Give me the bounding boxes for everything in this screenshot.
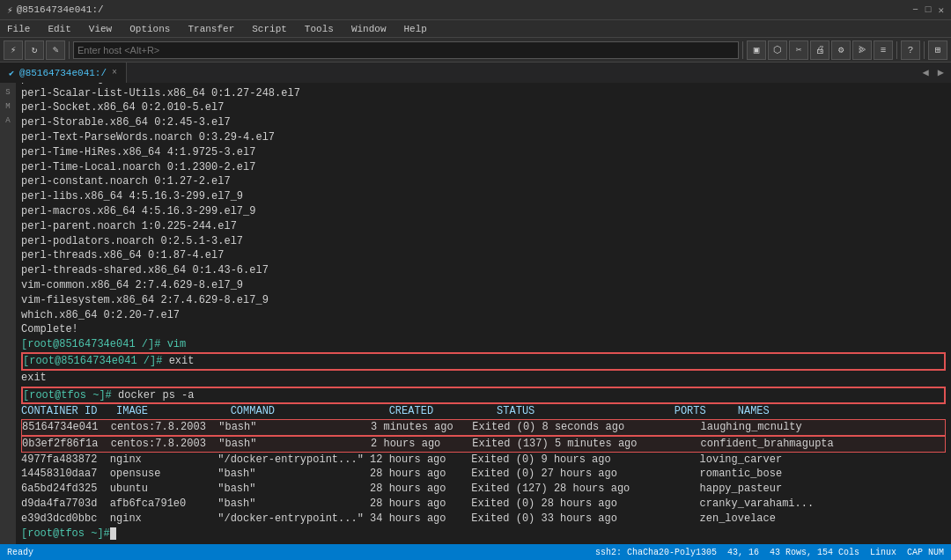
title-text: @85164734e041:/ [17,4,104,15]
status-os: Linux [870,548,896,557]
sidebar-icon-manager[interactable]: M [2,100,14,113]
cmd-vim-line: [root@85164734e041 /]# vim [21,337,946,352]
toolbar-btn-new[interactable]: ▣ [747,41,766,60]
tab-bar: ✔ @85164734e041:/ × ◀ ▶ [0,62,951,83]
terminal-line: perl-parent.noarch 1:0.225-244.el7 [21,219,946,234]
main-container: S M A perl-Encode.x86_64 0:2.51-7.el7per… [0,83,951,544]
status-size: 43 Rows, 154 Cols [770,548,859,557]
table-row: e39d3dcd0bbc nginx "/docker-entrypoint..… [21,512,946,527]
final-prompt: [root@tfos ~]# [21,527,946,542]
close-button[interactable]: ✕ [938,4,944,16]
terminal-line: perl-threads-shared.x86_64 0:1.43-6.el7 [21,263,946,278]
menu-transfer[interactable]: Transfer [184,24,238,34]
sidebar-icon-sessions[interactable]: S [2,86,14,99]
menu-help[interactable]: Help [400,24,430,34]
table-row: d9da4fa7703d afb6fca791e0 "bash" 28 hour… [21,497,946,512]
toolbar-btn-conn[interactable]: ⬡ [768,41,787,60]
tab-nav-right[interactable]: ▶ [934,66,947,79]
tab-check-icon: ✔ [9,68,14,78]
toolbar-btn-log[interactable]: ≡ [874,41,893,60]
terminal-line: which.x86_64 0:2.20-7.el7 [21,308,946,323]
terminal-line: perl-Time-Local.noarch 0:1.2300-2.el7 [21,160,946,175]
terminal-line: perl-Storable.x86_64 0:2.45-3.el7 [21,115,946,130]
menu-window[interactable]: Window [348,24,390,34]
status-ready: Ready [7,548,33,557]
address-bar[interactable] [73,41,739,59]
status-caps: CAP NUM [907,548,944,557]
toolbar-btn-set[interactable]: ⚙ [831,41,851,60]
title-bar: ⚡ @85164734e041:/ − □ ✕ [0,0,951,19]
table-row: 0b3ef2f86f1a centos:7.8.2003 "bash" 2 ho… [21,436,946,453]
toolbar-btn-key[interactable]: ✂ [789,41,808,60]
terminal-line: perl-Scalar-List-Utils.x86_64 0:1.27-248… [21,86,946,101]
minimize-button[interactable]: − [912,4,918,16]
tab-label: @85164734e041:/ [19,68,107,78]
status-connection: ssh2: ChaCha20-Poly1305 [595,548,717,557]
table-row: 85164734e041 centos:7.8.2003 "bash" 3 mi… [21,419,946,436]
docker-cmd-box: [root@tfos ~]# docker ps -a [21,387,946,405]
toolbar-btn-help[interactable]: ? [901,41,920,60]
terminal-line: perl-constant.noarch 0:1.27-2.el7 [21,174,946,189]
terminal[interactable]: perl-Encode.x86_64 0:2.51-7.el7perl-Expo… [16,83,951,544]
menu-tools[interactable]: Tools [301,24,337,34]
terminal-line: perl-Text-ParseWords.noarch 0:3.29-4.el7 [21,130,946,145]
menu-options[interactable]: Options [126,24,173,34]
status-coords: 43, 16 [727,548,759,557]
menu-file[interactable]: File [4,24,33,34]
terminal-line: perl-macros.x86_64 4:5.16.3-299.el7_9 [21,204,946,219]
tab-nav-left[interactable]: ◀ [919,66,933,79]
exit-output: exit [21,371,946,386]
menu-script[interactable]: Script [248,24,291,34]
cmd-docker-line: [root@tfos ~]# docker ps -a [23,388,944,403]
tab-close-btn[interactable]: × [112,68,117,77]
toolbar-btn-extra[interactable]: ⊞ [928,41,947,60]
terminal-line: vim-common.x86_64 2:7.4.629-8.el7_9 [21,278,946,293]
maximize-button[interactable]: □ [925,4,932,16]
cmd-exit-line: [root@85164734e041 /]# exit [23,354,944,369]
terminal-line: perl-Time-HiRes.x86_64 4:1.9725-3.el7 [21,145,946,160]
sidebar-icon-active[interactable]: A [2,114,14,127]
table-header: CONTAINER ID IMAGE COMMAND CREATED STATU… [21,404,946,419]
terminal-line: perl-libs.x86_64 4:5.16.3-299.el7_9 [21,189,946,204]
sidebar: S M A [0,83,16,544]
menu-edit[interactable]: Edit [44,24,74,34]
toolbar-btn-3[interactable]: ✎ [46,41,65,60]
terminal-line: perl-threads.x86_64 0:1.87-4.el7 [21,248,946,263]
app-icon: ⚡ [7,4,13,16]
table-row: 6a5bd24fd325 ubuntu "bash" 28 hours ago … [21,482,946,497]
active-tab[interactable]: ✔ @85164734e041:/ × [0,63,127,84]
exit-cmd-box: [root@85164734e041 /]# exit [21,352,946,371]
toolbar-btn-1[interactable]: ⚡ [4,41,23,60]
terminal-line: perl-podlators.noarch 0:2.5.1-3.el7 [21,234,946,249]
terminal-line: perl-Socket.x86_64 0:2.010-5.el7 [21,100,946,115]
toolbar: ⚡ ↻ ✎ ▣ ⬡ ✂ 🖨 ⚙ ⫸ ≡ ? ⊞ [0,37,951,62]
terminal-line: vim-filesystem.x86_64 2:7.4.629-8.el7_9 [21,293,946,308]
table-row: 144583l0daa7 opensuse "bash" 28 hours ag… [21,467,946,482]
menu-bar: File Edit View Options Transfer Script T… [0,19,951,37]
toolbar-btn-2[interactable]: ↻ [25,41,44,60]
toolbar-btn-fwd[interactable]: ⫸ [852,41,872,60]
complete-text: Complete! [21,322,946,337]
table-row: 4977fa483872 nginx "/docker-entrypoint..… [21,453,946,468]
status-bar: Ready ssh2: ChaCha20-Poly1305 43, 16 43 … [0,544,951,560]
toolbar-btn-print[interactable]: 🖨 [810,41,829,60]
menu-view[interactable]: View [85,24,115,34]
